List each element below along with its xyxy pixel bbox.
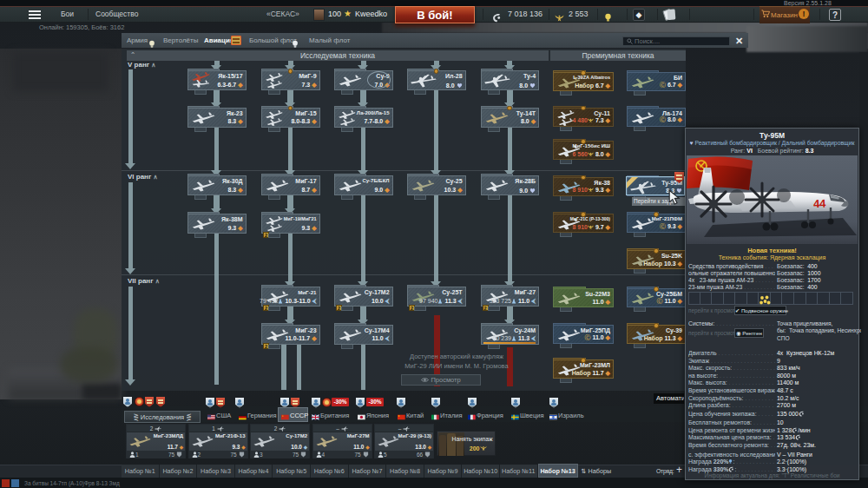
- svg-text:44: 44: [813, 197, 827, 211]
